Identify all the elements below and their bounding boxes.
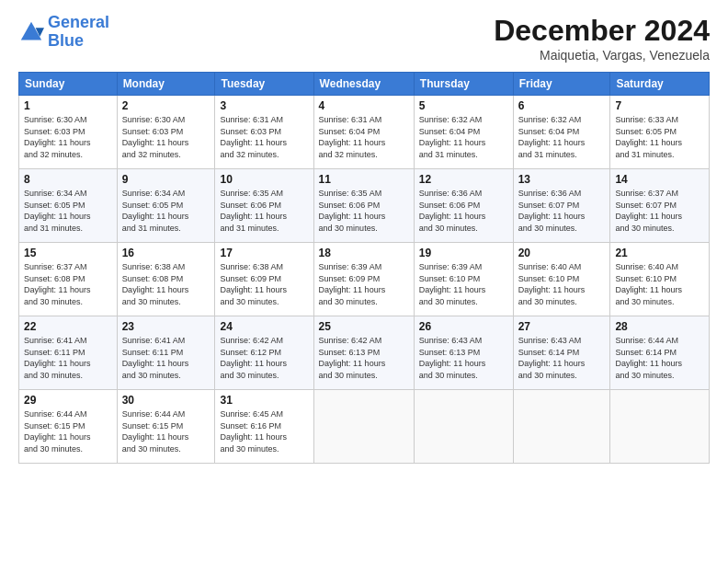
calendar-cell: 15Sunrise: 6:37 AM Sunset: 6:08 PM Dayli… xyxy=(19,243,118,316)
day-info: Sunrise: 6:37 AM Sunset: 6:08 PM Dayligh… xyxy=(24,261,112,307)
calendar-cell: 9Sunrise: 6:34 AM Sunset: 6:05 PM Daylig… xyxy=(117,169,215,243)
day-info: Sunrise: 6:38 AM Sunset: 6:08 PM Dayligh… xyxy=(122,261,210,307)
calendar-page: General Blue December 2024 Maiquetia, Va… xyxy=(0,0,728,563)
day-info: Sunrise: 6:30 AM Sunset: 6:03 PM Dayligh… xyxy=(122,114,210,160)
day-info: Sunrise: 6:33 AM Sunset: 6:05 PM Dayligh… xyxy=(615,114,704,160)
day-of-week-header: Saturday xyxy=(610,73,710,96)
month-title: December 2024 xyxy=(494,14,710,48)
day-info: Sunrise: 6:31 AM Sunset: 6:04 PM Dayligh… xyxy=(319,114,409,160)
day-info: Sunrise: 6:37 AM Sunset: 6:07 PM Dayligh… xyxy=(615,188,704,234)
calendar-cell: 19Sunrise: 6:39 AM Sunset: 6:10 PM Dayli… xyxy=(414,243,513,316)
logo-text: General Blue xyxy=(48,14,109,51)
calendar-cell: 6Sunrise: 6:32 AM Sunset: 6:04 PM Daylig… xyxy=(513,96,610,169)
day-info: Sunrise: 6:30 AM Sunset: 6:03 PM Dayligh… xyxy=(24,114,112,160)
calendar-cell: 27Sunrise: 6:43 AM Sunset: 6:14 PM Dayli… xyxy=(513,316,610,390)
day-info: Sunrise: 6:39 AM Sunset: 6:10 PM Dayligh… xyxy=(419,261,508,307)
calendar-cell: 25Sunrise: 6:42 AM Sunset: 6:13 PM Dayli… xyxy=(313,316,414,390)
day-number: 10 xyxy=(220,173,308,186)
day-info: Sunrise: 6:42 AM Sunset: 6:13 PM Dayligh… xyxy=(319,335,409,381)
calendar-cell: 11Sunrise: 6:35 AM Sunset: 6:06 PM Dayli… xyxy=(313,169,414,243)
day-info: Sunrise: 6:35 AM Sunset: 6:06 PM Dayligh… xyxy=(220,188,308,234)
logo-icon xyxy=(18,19,44,45)
day-number: 12 xyxy=(419,173,508,186)
day-number: 28 xyxy=(615,320,704,333)
day-info: Sunrise: 6:43 AM Sunset: 6:13 PM Dayligh… xyxy=(419,335,508,381)
calendar-week-row: 15Sunrise: 6:37 AM Sunset: 6:08 PM Dayli… xyxy=(19,243,710,316)
calendar-cell: 17Sunrise: 6:38 AM Sunset: 6:09 PM Dayli… xyxy=(215,243,313,316)
day-number: 26 xyxy=(419,320,508,333)
day-number: 25 xyxy=(319,320,409,333)
day-number: 17 xyxy=(220,247,308,259)
header: General Blue December 2024 Maiquetia, Va… xyxy=(18,14,710,63)
day-number: 20 xyxy=(518,247,606,259)
day-number: 4 xyxy=(319,99,409,112)
day-number: 27 xyxy=(518,320,606,333)
day-number: 21 xyxy=(615,247,704,259)
calendar-cell xyxy=(414,390,513,464)
day-info: Sunrise: 6:34 AM Sunset: 6:05 PM Dayligh… xyxy=(122,188,210,234)
day-info: Sunrise: 6:40 AM Sunset: 6:10 PM Dayligh… xyxy=(518,261,606,307)
calendar-cell: 31Sunrise: 6:45 AM Sunset: 6:16 PM Dayli… xyxy=(215,390,313,464)
day-number: 3 xyxy=(220,99,308,112)
calendar-table: SundayMondayTuesdayWednesdayThursdayFrid… xyxy=(18,72,710,464)
calendar-cell: 3Sunrise: 6:31 AM Sunset: 6:03 PM Daylig… xyxy=(215,96,313,169)
day-number: 15 xyxy=(24,247,112,259)
calendar-cell: 22Sunrise: 6:41 AM Sunset: 6:11 PM Dayli… xyxy=(19,316,118,390)
day-info: Sunrise: 6:34 AM Sunset: 6:05 PM Dayligh… xyxy=(24,188,112,234)
calendar-cell: 16Sunrise: 6:38 AM Sunset: 6:08 PM Dayli… xyxy=(117,243,215,316)
day-info: Sunrise: 6:39 AM Sunset: 6:09 PM Dayligh… xyxy=(319,261,409,307)
day-number: 13 xyxy=(518,173,606,186)
day-number: 23 xyxy=(122,320,210,333)
calendar-cell: 4Sunrise: 6:31 AM Sunset: 6:04 PM Daylig… xyxy=(313,96,414,169)
calendar-week-row: 29Sunrise: 6:44 AM Sunset: 6:15 PM Dayli… xyxy=(19,390,710,464)
calendar-cell: 24Sunrise: 6:42 AM Sunset: 6:12 PM Dayli… xyxy=(215,316,313,390)
day-number: 5 xyxy=(419,99,508,112)
calendar-header-row: SundayMondayTuesdayWednesdayThursdayFrid… xyxy=(19,73,710,96)
day-number: 14 xyxy=(615,173,704,186)
title-section: December 2024 Maiquetia, Vargas, Venezue… xyxy=(494,14,710,63)
day-number: 1 xyxy=(24,99,112,112)
calendar-cell: 30Sunrise: 6:44 AM Sunset: 6:15 PM Dayli… xyxy=(117,390,215,464)
day-number: 24 xyxy=(220,320,308,333)
day-of-week-header: Tuesday xyxy=(215,73,313,96)
location: Maiquetia, Vargas, Venezuela xyxy=(494,48,710,63)
calendar-cell: 13Sunrise: 6:36 AM Sunset: 6:07 PM Dayli… xyxy=(513,169,610,243)
calendar-cell: 20Sunrise: 6:40 AM Sunset: 6:10 PM Dayli… xyxy=(513,243,610,316)
day-info: Sunrise: 6:45 AM Sunset: 6:16 PM Dayligh… xyxy=(220,408,308,454)
day-info: Sunrise: 6:36 AM Sunset: 6:07 PM Dayligh… xyxy=(518,188,606,234)
calendar-cell: 28Sunrise: 6:44 AM Sunset: 6:14 PM Dayli… xyxy=(610,316,710,390)
day-number: 31 xyxy=(220,394,308,407)
day-info: Sunrise: 6:32 AM Sunset: 6:04 PM Dayligh… xyxy=(419,114,508,160)
day-info: Sunrise: 6:35 AM Sunset: 6:06 PM Dayligh… xyxy=(319,188,409,234)
calendar-cell: 29Sunrise: 6:44 AM Sunset: 6:15 PM Dayli… xyxy=(19,390,118,464)
day-info: Sunrise: 6:41 AM Sunset: 6:11 PM Dayligh… xyxy=(24,335,112,381)
day-number: 19 xyxy=(419,247,508,259)
day-info: Sunrise: 6:32 AM Sunset: 6:04 PM Dayligh… xyxy=(518,114,606,160)
calendar-cell xyxy=(513,390,610,464)
calendar-cell: 18Sunrise: 6:39 AM Sunset: 6:09 PM Dayli… xyxy=(313,243,414,316)
day-of-week-header: Friday xyxy=(513,73,610,96)
calendar-cell: 12Sunrise: 6:36 AM Sunset: 6:06 PM Dayli… xyxy=(414,169,513,243)
calendar-cell: 10Sunrise: 6:35 AM Sunset: 6:06 PM Dayli… xyxy=(215,169,313,243)
day-number: 22 xyxy=(24,320,112,333)
day-number: 8 xyxy=(24,173,112,186)
day-number: 9 xyxy=(122,173,210,186)
calendar-week-row: 8Sunrise: 6:34 AM Sunset: 6:05 PM Daylig… xyxy=(19,169,710,243)
logo: General Blue xyxy=(18,14,109,51)
day-info: Sunrise: 6:36 AM Sunset: 6:06 PM Dayligh… xyxy=(419,188,508,234)
day-number: 30 xyxy=(122,394,210,407)
calendar-cell xyxy=(610,390,710,464)
day-of-week-header: Monday xyxy=(117,73,215,96)
day-number: 6 xyxy=(518,99,606,112)
day-number: 11 xyxy=(319,173,409,186)
day-of-week-header: Sunday xyxy=(19,73,118,96)
day-info: Sunrise: 6:42 AM Sunset: 6:12 PM Dayligh… xyxy=(220,335,308,381)
day-info: Sunrise: 6:44 AM Sunset: 6:14 PM Dayligh… xyxy=(615,335,704,381)
day-number: 2 xyxy=(122,99,210,112)
day-info: Sunrise: 6:43 AM Sunset: 6:14 PM Dayligh… xyxy=(518,335,606,381)
day-number: 29 xyxy=(24,394,112,407)
day-info: Sunrise: 6:44 AM Sunset: 6:15 PM Dayligh… xyxy=(122,408,210,454)
calendar-cell: 1Sunrise: 6:30 AM Sunset: 6:03 PM Daylig… xyxy=(19,96,118,169)
calendar-cell: 2Sunrise: 6:30 AM Sunset: 6:03 PM Daylig… xyxy=(117,96,215,169)
calendar-week-row: 22Sunrise: 6:41 AM Sunset: 6:11 PM Dayli… xyxy=(19,316,710,390)
